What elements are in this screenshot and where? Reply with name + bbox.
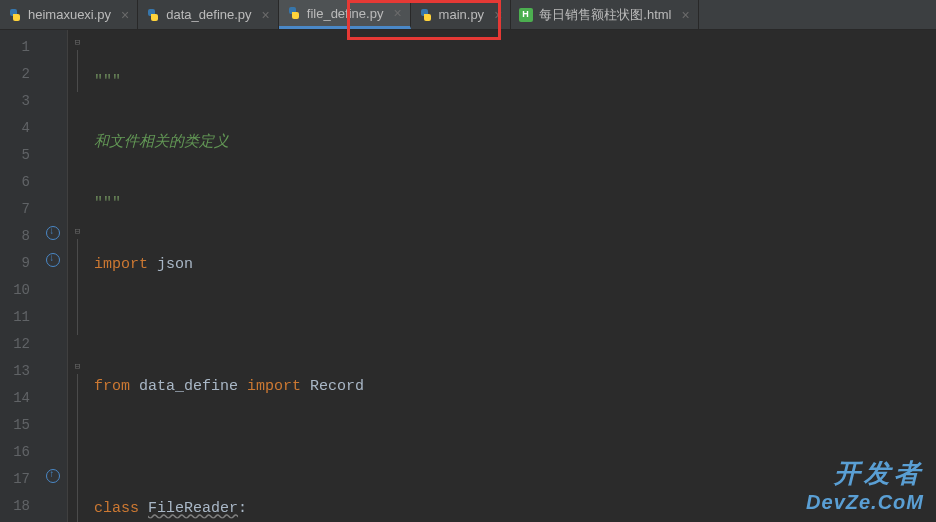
docstring-delim: """ xyxy=(94,73,121,90)
module-name: json xyxy=(157,256,193,273)
python-icon xyxy=(287,6,301,20)
override-up-icon[interactable] xyxy=(46,469,60,483)
watermark-line2: DevZe.CoM xyxy=(806,491,924,514)
python-icon xyxy=(8,8,22,22)
editor-tabs: heimaxuexi.py × data_define.py × file_de… xyxy=(0,0,936,30)
keyword: class xyxy=(94,500,148,517)
tab-label: main.py xyxy=(439,7,485,22)
keyword: import xyxy=(94,256,157,273)
line-number: 7 xyxy=(0,196,30,223)
line-number: 4 xyxy=(0,115,30,142)
blank-line xyxy=(94,434,805,461)
watermark: 开发者 DevZe.CoM xyxy=(806,456,924,514)
line-number: 12 xyxy=(0,331,30,358)
tab-label: 每日销售额柱状图.html xyxy=(539,6,671,24)
gutter-marks xyxy=(40,30,68,522)
line-number: 5 xyxy=(0,142,30,169)
line-number: 1 xyxy=(0,34,30,61)
tab-main[interactable]: main.py × xyxy=(411,0,512,29)
line-number: 6 xyxy=(0,169,30,196)
line-number: 13 xyxy=(0,358,30,385)
python-icon xyxy=(146,8,160,22)
fold-line xyxy=(77,374,78,522)
fold-line xyxy=(77,239,78,335)
code-content[interactable]: """ 和文件相关的类定义 """ import json from data_… xyxy=(88,30,805,522)
line-number: 16 xyxy=(0,439,30,466)
fold-open-icon[interactable]: ⊟ xyxy=(72,362,83,373)
tab-label: data_define.py xyxy=(166,7,251,22)
class-name: FileReader xyxy=(148,500,238,517)
line-number: 14 xyxy=(0,385,30,412)
fold-gutter: ⊟ ⊟ ⊟ xyxy=(68,30,88,522)
keyword: from xyxy=(94,378,139,395)
close-icon[interactable]: × xyxy=(490,7,502,23)
line-number: 2 xyxy=(0,61,30,88)
punct: : xyxy=(238,500,247,517)
docstring-delim: """ xyxy=(94,195,121,212)
fold-open-icon[interactable]: ⊟ xyxy=(72,38,83,49)
fold-line xyxy=(77,50,78,92)
fold-open-icon[interactable]: ⊟ xyxy=(72,227,83,238)
close-icon[interactable]: × xyxy=(258,7,270,23)
line-number: 11 xyxy=(0,304,30,331)
line-number: 18 xyxy=(0,493,30,520)
close-icon[interactable]: × xyxy=(677,7,689,23)
override-down-icon[interactable] xyxy=(46,226,60,240)
tab-html-chart[interactable]: 每日销售额柱状图.html × xyxy=(511,0,698,29)
blank-line xyxy=(94,312,805,339)
code-editor[interactable]: 1 2 3 4 5 6 7 8 9 10 11 12 13 14 15 16 1… xyxy=(0,30,936,522)
tab-heimaxuexi[interactable]: heimaxuexi.py × xyxy=(0,0,138,29)
keyword: import xyxy=(247,378,310,395)
close-icon[interactable]: × xyxy=(117,7,129,23)
override-down-icon[interactable] xyxy=(46,253,60,267)
watermark-line1: 开发者 xyxy=(806,456,924,491)
line-number: 15 xyxy=(0,412,30,439)
line-number: 8 xyxy=(0,223,30,250)
module-name: data_define xyxy=(139,378,247,395)
line-number: 9 xyxy=(0,250,30,277)
python-icon xyxy=(419,8,433,22)
line-number: 17 xyxy=(0,466,30,493)
line-number: 10 xyxy=(0,277,30,304)
tab-label: heimaxuexi.py xyxy=(28,7,111,22)
docstring-text: 和文件相关的类定义 xyxy=(94,134,229,151)
close-icon[interactable]: × xyxy=(389,5,401,21)
imported-name: Record xyxy=(310,378,364,395)
tab-file-define[interactable]: file_define.py × xyxy=(279,0,411,29)
html-icon xyxy=(519,8,533,22)
line-number-gutter: 1 2 3 4 5 6 7 8 9 10 11 12 13 14 15 16 1… xyxy=(0,30,40,522)
line-number: 3 xyxy=(0,88,30,115)
tab-label: file_define.py xyxy=(307,6,384,21)
tab-data-define[interactable]: data_define.py × xyxy=(138,0,278,29)
